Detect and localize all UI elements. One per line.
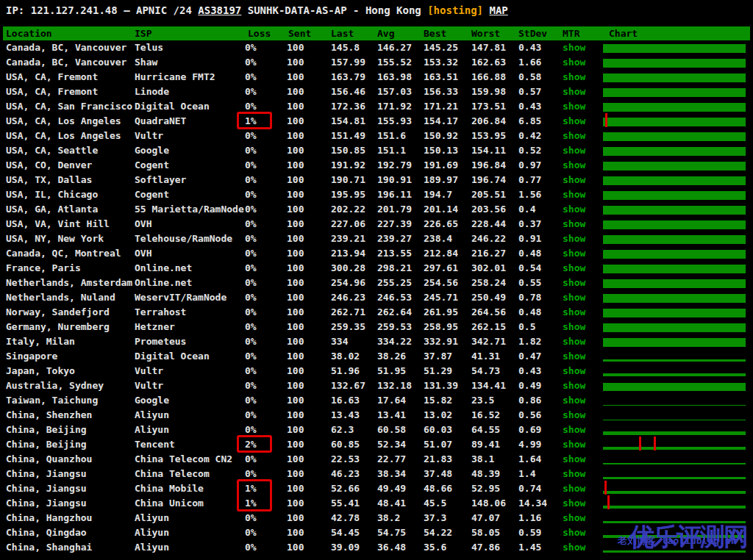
cell-stdev: 0.74: [518, 481, 541, 496]
cell-worst: 246.22: [471, 231, 506, 246]
latency-chart: [603, 364, 746, 378]
cell-last: 46.23: [331, 467, 360, 481]
cell-loss: 0%: [245, 55, 257, 70]
mtr-show-link[interactable]: show: [563, 437, 585, 452]
cell-last: 334: [331, 334, 348, 349]
mtr-show-link[interactable]: show: [563, 452, 585, 467]
mtr-show-link[interactable]: show: [563, 320, 585, 334]
chart-bar: [603, 220, 746, 229]
table-row: China, BeijingAliyun0%10062.360.5860.036…: [0, 423, 753, 437]
mtr-show-link[interactable]: show: [563, 408, 585, 423]
cell-worst: 196.74: [471, 173, 506, 187]
chart-bar: [603, 59, 746, 68]
cell-best: 48.66: [424, 481, 452, 496]
table-row: France, ParisOnline.net0%100300.28298.21…: [0, 261, 753, 276]
cell-loss: 0%: [245, 158, 257, 173]
cell-sent: 100: [287, 99, 304, 114]
mtr-show-link[interactable]: show: [563, 496, 585, 511]
chart-bar: [603, 118, 746, 126]
mtr-show-link[interactable]: show: [563, 423, 585, 437]
mtr-show-link[interactable]: show: [563, 305, 585, 320]
mtr-show-link[interactable]: show: [563, 70, 585, 85]
cell-best: 37.3: [424, 511, 446, 525]
latency-chart: [603, 320, 746, 334]
mtr-show-link[interactable]: show: [563, 40, 585, 55]
mtr-show-link[interactable]: show: [563, 143, 585, 158]
cell-avg: 255.25: [377, 276, 412, 290]
mtr-show-link[interactable]: show: [563, 99, 585, 114]
cell-stdev: 0.52: [518, 143, 541, 158]
table-row: China, JiangsuChina Telecom0%10046.2338.…: [0, 467, 753, 481]
cell-stdev: 14.34: [518, 496, 547, 511]
cell-last: 132.67: [331, 378, 365, 393]
chart-bar: [603, 88, 746, 97]
cell-sent: 100: [287, 423, 304, 437]
cell-location: Netherlands, Nuland: [6, 290, 115, 305]
mtr-show-link[interactable]: show: [563, 173, 585, 187]
cell-isp: WeservIT/RamNode: [135, 290, 226, 305]
cell-last: 54.45: [331, 525, 360, 540]
latency-chart: [603, 452, 746, 467]
cell-last: 195.95: [331, 187, 365, 202]
table-row: USA, VA, Vint HillOVH0%100227.06227.3922…: [0, 217, 753, 231]
cell-best: 21.83: [424, 452, 452, 467]
mtr-show-link[interactable]: show: [563, 393, 585, 408]
mtr-show-link[interactable]: show: [563, 481, 585, 496]
cell-last: 42.78: [331, 511, 360, 525]
mtr-show-link[interactable]: show: [563, 525, 585, 540]
cell-isp: Online.net: [135, 276, 192, 290]
mtr-show-link[interactable]: show: [563, 290, 585, 305]
mtr-show-link[interactable]: show: [563, 261, 585, 276]
table-row: USA, IL, ChicagoCogent0%100195.95196.111…: [0, 187, 753, 202]
cell-sent: 100: [287, 114, 304, 129]
cell-stdev: 0.43: [518, 40, 541, 55]
cell-isp: China Telecom: [135, 467, 210, 481]
mtr-show-link[interactable]: show: [563, 158, 585, 173]
latency-chart: [603, 305, 746, 320]
cell-loss: 0%: [245, 525, 257, 540]
cell-sent: 100: [287, 40, 304, 55]
cell-avg: 54.75: [377, 525, 406, 540]
mtr-show-link[interactable]: show: [563, 85, 585, 99]
cell-avg: 36.48: [377, 540, 406, 555]
latency-chart: [603, 173, 746, 187]
cell-last: 239.21: [331, 231, 365, 246]
mtr-show-link[interactable]: show: [563, 114, 585, 129]
table-row: USA, CA, SeattleGoogle0%100150.85151.115…: [0, 143, 753, 158]
cell-location: USA, CA, Seattle: [6, 143, 98, 158]
cell-sent: 100: [287, 452, 304, 467]
cell-worst: 52.95: [471, 481, 500, 496]
cell-best: 51.07: [424, 437, 452, 452]
mtr-show-link[interactable]: show: [563, 202, 585, 217]
cell-stdev: 0.69: [518, 423, 541, 437]
mtr-show-link[interactable]: show: [563, 246, 585, 261]
cell-stdev: 0.78: [518, 290, 541, 305]
mtr-show-link[interactable]: show: [563, 276, 585, 290]
cell-location: USA, CA, Los Angeles: [6, 114, 121, 129]
table-row: USA, NY, New YorkTelehouse/RamNode0%1002…: [0, 231, 753, 246]
cell-last: 163.79: [331, 70, 365, 85]
cell-loss: 0%: [245, 261, 257, 276]
mtr-show-link[interactable]: show: [563, 129, 585, 143]
cell-best: 45.5: [424, 496, 446, 511]
cell-worst: 159.98: [471, 85, 506, 99]
cell-sent: 100: [287, 525, 304, 540]
mtr-show-link[interactable]: show: [563, 364, 585, 378]
latency-chart: [603, 217, 746, 231]
mtr-show-link[interactable]: show: [563, 187, 585, 202]
mtr-show-link[interactable]: show: [563, 334, 585, 349]
mtr-show-link[interactable]: show: [563, 378, 585, 393]
mtr-show-link[interactable]: show: [563, 217, 585, 231]
mtr-show-link[interactable]: show: [563, 467, 585, 481]
cell-best: 261.95: [424, 305, 458, 320]
cell-sent: 100: [287, 364, 304, 378]
cell-location: China, Quanzhou: [6, 452, 92, 467]
cell-worst: 16.52: [471, 408, 500, 423]
mtr-show-link[interactable]: show: [563, 55, 585, 70]
mtr-show-link[interactable]: show: [563, 231, 585, 246]
cell-loss: 0%: [245, 408, 257, 423]
mtr-show-link[interactable]: show: [563, 511, 585, 525]
cell-best: 60.03: [424, 423, 452, 437]
mtr-show-link[interactable]: show: [563, 349, 585, 364]
mtr-show-link[interactable]: show: [563, 540, 585, 555]
